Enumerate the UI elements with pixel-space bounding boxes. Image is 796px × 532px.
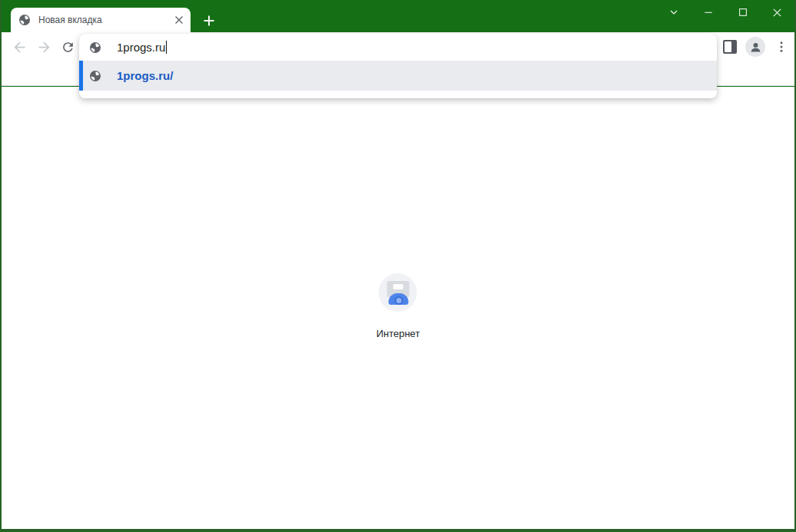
mini-address-bar-shape — [393, 284, 403, 289]
browser-menu-button[interactable] — [771, 36, 792, 58]
tab-new-tab[interactable]: Новая вкладка — [11, 8, 191, 32]
tab-strip: Новая вкладка — [2, 0, 794, 32]
side-panel-icon — [723, 40, 737, 54]
back-arrow-icon — [12, 39, 28, 55]
window-controls — [656, 0, 794, 25]
avatar — [745, 37, 765, 57]
globe-favicon-icon — [18, 14, 31, 26]
internet-app-icon — [379, 273, 417, 312]
new-tab-button[interactable] — [198, 10, 220, 31]
plus-icon — [203, 15, 215, 27]
suggestion-url: 1progs.ru/ — [117, 69, 173, 82]
tab-title: Новая вкладка — [38, 15, 172, 25]
mini-chrome-logo-shape — [389, 293, 409, 305]
omnibox-suggestion-selected[interactable]: 1progs.ru/ — [79, 61, 717, 91]
mini-chrome-logo-core — [395, 296, 403, 305]
back-button[interactable] — [8, 36, 30, 58]
text-caret — [166, 41, 167, 54]
three-dot-menu-icon — [774, 40, 788, 54]
globe-icon — [89, 41, 101, 54]
internet-app-label: Интернет — [376, 328, 420, 339]
internet-app-tile[interactable]: Интернет — [376, 273, 420, 339]
window-minimize-button[interactable] — [691, 0, 725, 25]
window-chevron-button[interactable] — [656, 0, 691, 25]
forward-button[interactable] — [33, 36, 55, 58]
window-maximize-button[interactable] — [725, 0, 760, 25]
globe-icon — [89, 70, 101, 82]
minimize-icon — [703, 7, 714, 18]
address-bar-value: 1progs.ru — [117, 41, 165, 54]
close-icon — [771, 7, 783, 18]
maximize-icon — [738, 7, 748, 18]
omnibox-popup: 1progs.ru 1progs.ru/ — [79, 34, 717, 98]
popup-footer — [79, 91, 717, 98]
page-content: Интернет — [2, 87, 794, 529]
address-bar-input[interactable]: 1progs.ru — [79, 34, 717, 61]
tab-close-icon[interactable] — [172, 13, 186, 27]
reload-icon — [61, 40, 75, 55]
chevron-down-icon — [668, 6, 680, 18]
window-close-button[interactable] — [760, 0, 794, 25]
forward-arrow-icon — [36, 39, 52, 55]
browser-window: Новая вкладка — [0, 0, 796, 532]
reload-button[interactable] — [57, 36, 78, 58]
side-panel-button[interactable] — [719, 36, 741, 58]
profile-button[interactable] — [745, 36, 766, 58]
